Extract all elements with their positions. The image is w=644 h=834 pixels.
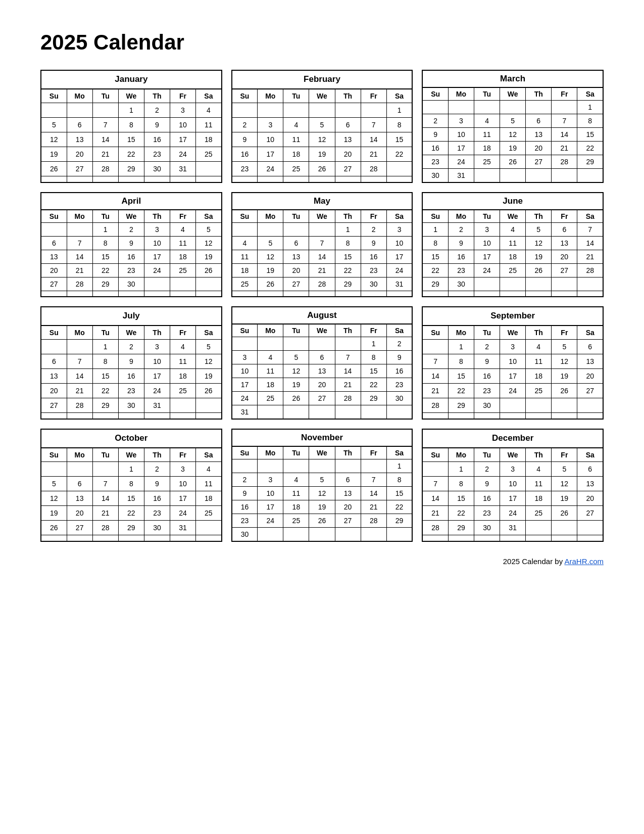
calendar-day [361, 103, 386, 117]
month-table-august: AugustSuMoTuWeThFrSa12345678910111213141… [231, 306, 413, 420]
footer-link[interactable]: AraHR.com [564, 557, 604, 566]
calendar-day [309, 223, 335, 237]
calendar-day: 26 [196, 264, 222, 277]
calendar-day: 5 [309, 473, 335, 487]
calendar-day: 10 [170, 117, 195, 132]
calendar-day: 18 [170, 250, 195, 264]
day-header: Sa [577, 326, 603, 339]
month-table-february: FebruarySuMoTuWeThFrSa123456789101112131… [231, 70, 413, 183]
calendar-day: 10 [448, 128, 474, 142]
calendar-day: 9 [232, 487, 258, 500]
calendar-day: 26 [283, 392, 309, 405]
calendar-day: 6 [283, 237, 309, 250]
calendar-day: 26 [309, 161, 335, 176]
calendar-day: 21 [67, 264, 92, 277]
calendar-day: 17 [500, 368, 526, 383]
day-header: Th [526, 210, 552, 223]
calendar-day: 14 [361, 487, 386, 500]
day-header: Mo [258, 210, 283, 223]
calendar-day: 5 [258, 237, 283, 250]
calendar-day: 4 [526, 339, 552, 354]
calendar-day: 7 [361, 473, 386, 487]
calendar-day: 10 [500, 476, 526, 491]
calendar-day: 8 [92, 354, 118, 368]
calendar-day: 26 [41, 161, 67, 176]
calendar-day: 2 [232, 117, 258, 132]
month-header-july: July [41, 307, 222, 326]
day-header: Mo [67, 89, 92, 103]
calendar-day: 26 [258, 277, 283, 291]
calendar-day: 12 [526, 237, 552, 250]
day-header: Tu [283, 324, 309, 337]
calendar-day: 18 [526, 491, 552, 505]
day-header: Th [335, 89, 361, 103]
calendar-day: 29 [448, 520, 474, 535]
calendar-day: 11 [170, 354, 195, 368]
calendar-day: 21 [422, 505, 448, 520]
calendar-day: 11 [258, 364, 283, 378]
calendar-day: 26 [552, 505, 577, 520]
calendar-day: 13 [67, 491, 92, 505]
calendar-day: 20 [335, 500, 361, 514]
calendar-day: 10 [258, 487, 283, 500]
calendar-day: 26 [309, 514, 335, 528]
calendar-day: 25 [474, 155, 500, 169]
day-header: We [118, 448, 144, 461]
day-header: Tu [92, 448, 118, 461]
calendar-day: 27 [577, 505, 603, 520]
calendar-day [422, 339, 448, 354]
day-header: Th [335, 210, 361, 223]
calendar-day: 4 [170, 223, 195, 237]
calendar-day [552, 291, 577, 297]
calendar-day: 4 [258, 351, 283, 364]
calendar-day: 25 [283, 161, 309, 176]
calendar-day: 19 [41, 147, 67, 161]
calendar-day [92, 535, 118, 541]
calendar-day: 11 [196, 476, 222, 491]
calendar-day: 22 [118, 147, 144, 161]
day-header: Sa [386, 210, 412, 223]
day-header: Fr [361, 210, 386, 223]
calendar-day [577, 291, 603, 297]
calendar-day [118, 535, 144, 541]
calendar-day: 3 [500, 461, 526, 476]
calendar-day [500, 291, 526, 297]
calendar-day: 2 [144, 103, 170, 117]
calendar-day: 29 [577, 155, 603, 169]
calendar-day [258, 103, 283, 117]
day-header: We [118, 326, 144, 339]
calendar-day: 14 [361, 132, 386, 147]
calendar-day [500, 101, 526, 114]
calendar-day: 15 [118, 491, 144, 505]
calendar-day: 10 [144, 237, 170, 250]
calendar-day: 11 [474, 128, 500, 142]
calendar-day: 17 [258, 500, 283, 514]
month-header-december: December [422, 429, 603, 448]
calendar-day: 11 [196, 117, 222, 132]
day-header: Su [422, 448, 448, 461]
calendar-day: 16 [118, 250, 144, 264]
calendar-day: 8 [422, 237, 448, 250]
day-header: Su [232, 210, 258, 223]
calendar-day: 5 [500, 114, 526, 128]
day-header: Sa [386, 324, 412, 337]
calendar-day: 14 [335, 364, 361, 378]
calendar-day: 1 [386, 459, 412, 473]
calendar-day [361, 176, 386, 182]
day-header: Th [335, 324, 361, 337]
calendar-day [196, 413, 222, 419]
calendar-day: 28 [552, 155, 577, 169]
calendar-day: 25 [170, 383, 195, 398]
calendar-day: 24 [258, 514, 283, 528]
calendar-day: 6 [526, 114, 552, 128]
calendar-day: 13 [309, 364, 335, 378]
calendar-day: 24 [448, 155, 474, 169]
calendar-day: 29 [448, 398, 474, 412]
calendar-day: 11 [283, 487, 309, 500]
calendar-day: 8 [448, 354, 474, 368]
calendar-day [335, 528, 361, 542]
calendar-day: 14 [92, 491, 118, 505]
calendar-day [500, 535, 526, 541]
calendar-day: 1 [92, 339, 118, 354]
calendar-day: 13 [41, 368, 67, 383]
